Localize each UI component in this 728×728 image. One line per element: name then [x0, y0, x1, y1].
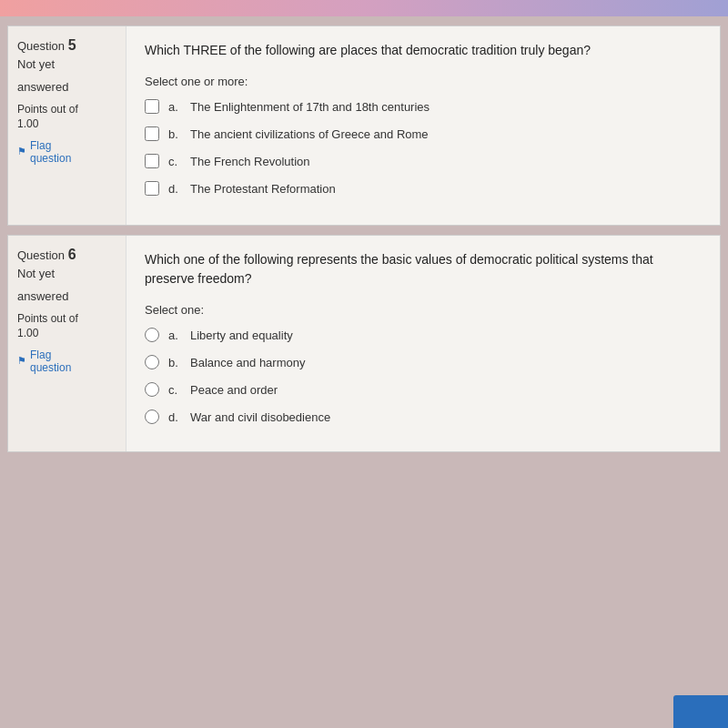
question-text-q5: Which THREE of the following are places … — [145, 41, 702, 60]
flag-question-q6[interactable]: ⚑Flagquestion — [17, 349, 116, 374]
question-text-q6: Which one of the following represents th… — [145, 250, 702, 288]
option-input-q5-1[interactable] — [145, 126, 159, 141]
question-sidebar-q6: Question 6Not yetansweredPoints out of1.… — [8, 236, 126, 451]
option-input-q6-0[interactable] — [145, 328, 159, 342]
option-row-q5-0: a.The Enlightenment of 17th and 18th cen… — [145, 99, 702, 114]
question-number-q5: Question 5 — [17, 37, 116, 54]
option-text-q5-3: The Protestant Reformation — [190, 182, 336, 196]
option-row-q5-3: d.The Protestant Reformation — [145, 181, 702, 196]
flag-icon-q5: ⚑ — [17, 146, 26, 157]
option-row-q6-3: d.War and civil disobedience — [145, 410, 702, 424]
option-input-q5-0[interactable] — [145, 99, 159, 114]
top-bar — [0, 0, 728, 16]
page-container: Question 5Not yetansweredPoints out of1.… — [0, 16, 728, 461]
points-label-q6: Points out of — [17, 312, 116, 325]
option-letter-q6-1: b. — [168, 356, 181, 369]
option-row-q5-2: c.The French Revolution — [145, 154, 702, 168]
option-input-q6-1[interactable] — [145, 355, 159, 369]
option-row-q6-0: a.Liberty and equality — [145, 328, 702, 342]
flag-question-q5[interactable]: ⚑Flagquestion — [17, 139, 116, 165]
question-sidebar-q5: Question 5Not yetansweredPoints out of1.… — [8, 26, 126, 225]
option-letter-q6-2: c. — [168, 383, 181, 397]
option-letter-q5-0: a. — [168, 100, 181, 114]
option-text-q5-2: The French Revolution — [190, 155, 310, 168]
option-input-q5-3[interactable] — [145, 181, 159, 196]
points-value-q6: 1.00 — [17, 327, 116, 339]
option-letter-q6-3: d. — [168, 410, 181, 424]
option-letter-q5-3: d. — [168, 182, 181, 196]
select-label-q6: Select one: — [145, 303, 702, 317]
option-letter-q5-2: c. — [168, 155, 181, 168]
option-text-q5-0: The Enlightenment of 17th and 18th centu… — [190, 100, 430, 114]
question-number-q6: Question 6 — [17, 247, 116, 263]
question-status-q5: Not yet — [17, 57, 116, 73]
question-status2-q5: answered — [17, 80, 116, 96]
bottom-bar-button[interactable] — [673, 695, 728, 728]
points-label-q5: Points out of — [17, 103, 116, 116]
option-input-q6-2[interactable] — [145, 382, 159, 397]
option-row-q6-2: c.Peace and order — [145, 382, 702, 397]
flag-label-q5: Flagquestion — [30, 139, 71, 165]
option-text-q6-2: Peace and order — [190, 383, 278, 397]
option-text-q6-1: Balance and harmony — [190, 356, 305, 369]
points-value-q5: 1.00 — [17, 117, 116, 130]
option-input-q6-3[interactable] — [145, 410, 159, 424]
option-row-q6-1: b.Balance and harmony — [145, 355, 702, 369]
flag-icon-q6: ⚑ — [17, 355, 26, 367]
option-text-q6-0: Liberty and equality — [190, 329, 293, 342]
option-text-q5-1: The ancient civilizations of Greece and … — [190, 127, 429, 141]
flag-label-q6: Flagquestion — [30, 349, 71, 374]
question-status2-q6: answered — [17, 289, 116, 305]
question-content-q5: Which THREE of the following are places … — [126, 26, 720, 225]
question-status-q6: Not yet — [17, 267, 116, 282]
option-input-q5-2[interactable] — [145, 154, 159, 168]
option-row-q5-1: b.The ancient civilizations of Greece an… — [145, 126, 702, 141]
question-block-q6: Question 6Not yetansweredPoints out of1.… — [7, 235, 721, 452]
question-content-q6: Which one of the following represents th… — [126, 236, 720, 451]
option-letter-q6-0: a. — [168, 329, 181, 342]
select-label-q5: Select one or more: — [145, 75, 702, 88]
option-letter-q5-1: b. — [168, 127, 181, 141]
option-text-q6-3: War and civil disobedience — [190, 410, 330, 424]
question-block-q5: Question 5Not yetansweredPoints out of1.… — [7, 25, 721, 226]
